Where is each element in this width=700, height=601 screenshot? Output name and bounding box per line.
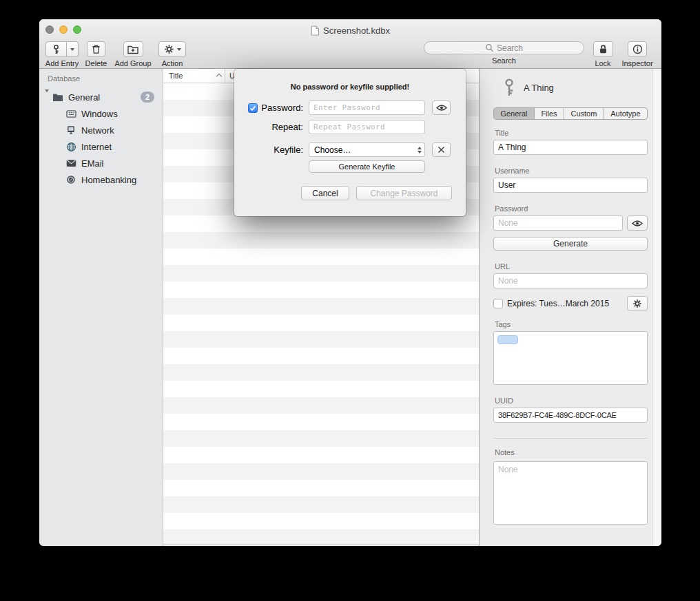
- tab-custom[interactable]: Custom: [564, 108, 604, 119]
- add-group-label: Add Group: [112, 59, 154, 67]
- username-field[interactable]: [493, 178, 648, 193]
- action-button[interactable]: [158, 41, 186, 57]
- trash-icon: [91, 44, 101, 54]
- expires-checkbox[interactable]: [493, 299, 503, 308]
- folder-icon: [52, 92, 63, 103]
- lock-icon: [598, 44, 608, 54]
- notes-field[interactable]: [493, 461, 648, 525]
- reveal-password-button[interactable]: [432, 101, 451, 115]
- lock-group: Lock: [591, 41, 615, 67]
- username-field-label: Username: [495, 167, 648, 176]
- add-group-button[interactable]: [123, 41, 143, 57]
- eye-icon: [436, 104, 447, 112]
- inspector-group: Inspector: [617, 41, 658, 67]
- dialog-message: No password or keyfile supplied!: [234, 83, 466, 91]
- sort-ascending-icon: [216, 74, 222, 79]
- folder-plus-icon: [127, 44, 138, 54]
- window-title-text: Screenshot.kdbx: [323, 25, 390, 36]
- keyfile-label-row: Keyfile:: [234, 143, 303, 157]
- delete-button[interactable]: [87, 41, 105, 57]
- keyfile-label: Keyfile:: [274, 145, 303, 155]
- lock-label: Lock: [591, 59, 615, 67]
- cancel-button[interactable]: Cancel: [301, 186, 349, 200]
- tab-autotype[interactable]: Autotype: [604, 108, 647, 119]
- password-field-label: Password: [495, 204, 648, 213]
- repeat-label-row: Repeat:: [234, 120, 303, 134]
- gear-icon: [632, 299, 642, 308]
- sidebar-item-label: Internet: [81, 142, 112, 152]
- clear-keyfile-button[interactable]: [432, 143, 451, 157]
- disclosure-triangle-icon[interactable]: [45, 92, 49, 103]
- inspector-entry-title: A Thing: [524, 83, 554, 93]
- add-entry-button[interactable]: [45, 41, 67, 57]
- generate-keyfile-button[interactable]: Generate Keyfile: [309, 160, 425, 173]
- tag-token[interactable]: [497, 335, 518, 344]
- window-title: Screenshot.kdbx: [39, 24, 661, 36]
- title-field[interactable]: [493, 140, 648, 155]
- search-input[interactable]: Search: [424, 41, 584, 54]
- action-label: Action: [157, 59, 187, 67]
- keyfile-popup-button[interactable]: Choose…: [309, 143, 425, 157]
- add-entry-dropdown-button[interactable]: [67, 41, 79, 57]
- inspector-button[interactable]: [628, 41, 647, 57]
- notes-label: Notes: [495, 448, 648, 457]
- password-label-row: Password:: [234, 101, 303, 115]
- expires-settings-button[interactable]: [627, 296, 648, 311]
- homebanking-icon: [65, 174, 76, 185]
- tab-files[interactable]: Files: [535, 108, 564, 119]
- sidebar-item-network[interactable]: Network: [39, 122, 163, 138]
- password-checkbox[interactable]: [248, 103, 258, 113]
- chevron-down-icon: [177, 48, 181, 51]
- title-field-label: Title: [495, 129, 648, 138]
- inspector-label: Inspector: [617, 59, 658, 67]
- sidebar-item-general[interactable]: General 2: [39, 89, 163, 105]
- internet-icon: [65, 141, 76, 152]
- inspector-divider: [493, 438, 648, 439]
- window-header: Screenshot.kdbx Add Entry: [39, 19, 661, 69]
- column-header-title[interactable]: Title: [163, 69, 225, 83]
- list-bottom-edge: [163, 544, 479, 546]
- search-placeholder: Search: [497, 43, 523, 53]
- sidebar-item-email[interactable]: EMail: [39, 155, 163, 171]
- lock-button[interactable]: [593, 41, 613, 57]
- generate-password-button[interactable]: Generate: [493, 237, 648, 251]
- keyfile-popup-value: Choose…: [314, 145, 351, 155]
- gear-icon: [164, 44, 174, 54]
- search-label: Search: [424, 56, 584, 65]
- expires-row: Expires: Tues…March 2015: [493, 296, 648, 311]
- windows-icon: [65, 108, 76, 119]
- add-group-group: Add Group: [112, 41, 154, 67]
- change-password-button[interactable]: Change Password: [356, 186, 452, 200]
- key-plus-icon: [51, 44, 61, 55]
- add-entry-label: Add Entry: [43, 59, 81, 67]
- delete-group: Delete: [83, 41, 109, 67]
- sidebar-item-windows[interactable]: Windows: [39, 105, 163, 122]
- inspector-panel: A Thing General Files Custom Autotype Ti…: [479, 69, 661, 546]
- chevron-down-icon: [70, 48, 74, 51]
- repeat-password-input[interactable]: [309, 120, 425, 134]
- tags-box[interactable]: [493, 331, 648, 385]
- search-group: Search Search: [424, 41, 584, 65]
- sidebar-item-label: EMail: [81, 158, 104, 169]
- sidebar-item-homebanking[interactable]: Homebanking: [39, 171, 163, 188]
- sidebar-item-internet[interactable]: Internet: [39, 138, 163, 155]
- inspector-tabs: General Files Custom Autotype: [493, 107, 648, 120]
- popup-stepper-icon: [418, 147, 422, 154]
- inspector-entry-header: A Thing: [493, 78, 648, 97]
- close-x-icon: [438, 146, 445, 154]
- url-field-label: URL: [495, 262, 648, 271]
- uuid-field[interactable]: [493, 408, 648, 423]
- change-password-dialog: No password or keyfile supplied! Passwor…: [234, 69, 466, 216]
- repeat-label: Repeat:: [271, 122, 303, 132]
- expires-label: Expires: Tues…March 2015: [507, 299, 609, 308]
- enter-password-input[interactable]: [309, 101, 425, 115]
- network-icon: [65, 125, 76, 136]
- add-entry-group: Add Entry: [43, 41, 81, 67]
- url-field[interactable]: [493, 273, 648, 288]
- show-password-button[interactable]: [627, 215, 648, 231]
- search-icon: [485, 43, 494, 52]
- inspector-scrollbar[interactable]: [652, 69, 661, 546]
- password-field[interactable]: [493, 215, 623, 231]
- tab-general[interactable]: General: [494, 108, 535, 119]
- eye-icon: [632, 220, 643, 227]
